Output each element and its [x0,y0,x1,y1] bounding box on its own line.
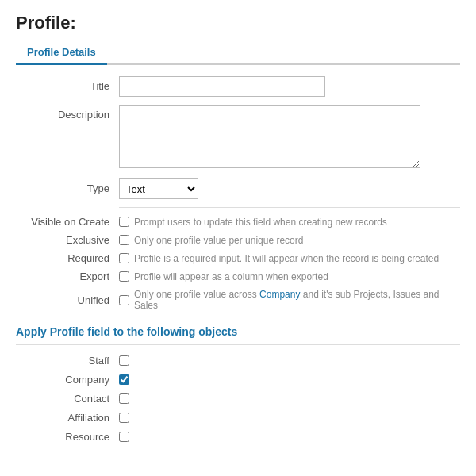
affiliation-row: Affiliation [16,412,460,424]
exclusive-row: Exclusive Only one profile value per uni… [16,234,460,246]
unified-checkbox[interactable] [119,295,129,305]
visible-on-create-checkbox[interactable] [119,217,129,227]
export-label: Export [16,271,119,282]
exclusive-label: Exclusive [16,234,119,246]
description-row: Description [16,105,460,171]
company-row: Company [16,374,460,386]
type-label: Type [16,178,119,194]
apply-section-title: Apply Profile field to the following obj… [16,325,460,338]
export-text: Profile will appear as a column when exp… [134,271,328,282]
unified-text: Only one profile value across Company an… [134,289,460,311]
tab-profile-details[interactable]: Profile Details [16,41,107,65]
type-control: Text Number Date Boolean [119,178,460,199]
description-textarea[interactable] [119,105,420,168]
form-divider [119,207,460,208]
description-label: Description [16,105,119,121]
type-row: Type Text Number Date Boolean [16,178,460,199]
company-label: Company [16,374,119,386]
required-checkbox[interactable] [119,253,129,263]
apply-section: Apply Profile field to the following obj… [16,325,460,443]
contact-checkbox[interactable] [119,393,129,404]
tab-bar: Profile Details [16,41,460,65]
export-row: Export Profile will appear as a column w… [16,271,460,282]
required-text: Profile is a required input. It will app… [134,253,439,264]
exclusive-checkbox[interactable] [119,235,129,245]
type-select[interactable]: Text Number Date Boolean [119,178,198,199]
unified-label: Unified [16,294,119,306]
exclusive-text: Only one profile value per unique record [134,235,303,246]
staff-row: Staff [16,355,460,367]
affiliation-label: Affiliation [16,412,119,424]
required-row: Required Profile is a required input. It… [16,252,460,264]
required-label: Required [16,252,119,264]
title-control [119,76,460,97]
title-input[interactable] [119,76,325,97]
company-checkbox[interactable] [119,374,129,385]
resource-checkbox[interactable] [119,432,129,442]
title-label: Title [16,76,119,92]
company-link[interactable]: Company [259,289,300,300]
page-title: Profile: [16,13,460,33]
title-row: Title [16,76,460,97]
apply-section-divider [16,344,460,345]
contact-label: Contact [16,393,119,405]
visible-on-create-label: Visible on Create [16,216,119,228]
export-checkbox[interactable] [119,271,129,282]
affiliation-checkbox[interactable] [119,413,129,423]
contact-row: Contact [16,393,460,405]
visible-on-create-text: Prompt users to update this field when c… [134,217,387,228]
unified-row: Unified Only one profile value across Co… [16,289,460,311]
staff-checkbox[interactable] [119,355,129,366]
staff-label: Staff [16,355,119,367]
resource-label: Resource [16,431,119,443]
visible-on-create-row: Visible on Create Prompt users to update… [16,216,460,228]
profile-details-form: Title Description Type Text Number Date … [16,76,460,311]
description-control [119,105,460,171]
resource-row: Resource [16,431,460,443]
